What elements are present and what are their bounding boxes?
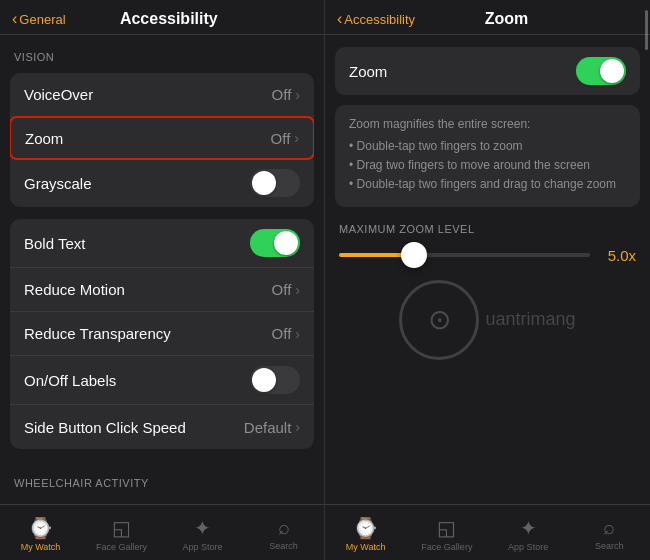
watermark-wrapper: ⊙ uantrimang (399, 280, 575, 360)
zoom-level-section: MAXIMUM ZOOM LEVEL 5.0x (335, 223, 640, 264)
my-watch-label: My Watch (21, 542, 61, 552)
right-tab-bar: ⌚ My Watch ◱ Face Gallery ✦ App Store ⌕ … (325, 504, 650, 560)
left-panel: ‹ General Accessibility VISION VoiceOver… (0, 0, 325, 560)
side-button-value: Default (244, 419, 292, 436)
watermark-icon: ⊙ (428, 303, 451, 336)
grayscale-toggle-knob (252, 171, 276, 195)
right-chevron-left-icon: ‹ (337, 10, 342, 28)
right-back-button[interactable]: ‹ Accessibility (337, 10, 415, 28)
right-app-store-icon: ✦ (520, 516, 537, 540)
voiceover-label: VoiceOver (24, 86, 272, 103)
vision-section-label: VISION (0, 35, 324, 69)
onoff-labels-toggle-knob (252, 368, 276, 392)
onoff-labels-row[interactable]: On/Off Labels (10, 356, 314, 405)
side-button-label: Side Button Click Speed (24, 419, 244, 436)
left-content: VISION VoiceOver Off › Zoom Off › Graysc… (0, 35, 324, 504)
zoom-toggle-label: Zoom (349, 63, 576, 80)
bold-text-label: Bold Text (24, 235, 250, 252)
reduce-transparency-chevron: › (295, 326, 300, 342)
reduce-transparency-row[interactable]: Reduce Transparency Off › (10, 312, 314, 356)
app-store-label: App Store (182, 542, 222, 552)
voiceover-chevron: › (295, 87, 300, 103)
right-app-store-label: App Store (508, 542, 548, 552)
left-page-title: Accessibility (66, 10, 272, 28)
accessibility-group: Bold Text Reduce Motion Off › Reduce Tra… (10, 219, 314, 449)
reduce-transparency-value: Off (272, 325, 292, 342)
tab-face-gallery[interactable]: ◱ Face Gallery (81, 511, 162, 556)
reduce-motion-value: Off (272, 281, 292, 298)
back-button[interactable]: ‹ General (12, 10, 66, 28)
onoff-labels-label: On/Off Labels (24, 372, 250, 389)
right-tab-face-gallery[interactable]: ◱ Face Gallery (406, 511, 487, 556)
zoom-desc-title: Zoom magnifies the entire screen: (349, 117, 626, 131)
bold-text-toggle[interactable] (250, 229, 300, 257)
left-header: ‹ General Accessibility (0, 0, 324, 35)
zoom-slider-track[interactable] (339, 253, 590, 257)
right-tab-my-watch[interactable]: ⌚ My Watch (325, 511, 406, 556)
voiceover-row[interactable]: VoiceOver Off › (10, 73, 314, 117)
right-page-title: Zoom (415, 10, 598, 28)
tab-search[interactable]: ⌕ Search (243, 511, 324, 556)
side-button-row[interactable]: Side Button Click Speed Default › (10, 405, 314, 449)
zoom-toggle-row[interactable]: Zoom (335, 47, 640, 95)
zoom-description-box: Zoom magnifies the entire screen: • Doub… (335, 105, 640, 207)
search-icon: ⌕ (278, 516, 290, 539)
onoff-labels-toggle[interactable] (250, 366, 300, 394)
zoom-main-toggle[interactable] (576, 57, 626, 85)
my-watch-icon: ⌚ (28, 516, 53, 540)
zoom-main-toggle-knob (600, 59, 624, 83)
vision-group: VoiceOver Off › Zoom Off › Grayscale (10, 73, 314, 207)
chevron-left-icon: ‹ (12, 10, 17, 28)
watermark-text: uantrimang (485, 309, 575, 330)
right-back-label: Accessibility (344, 12, 415, 27)
wheelchair-description: To enable health and fitness features de… (10, 495, 314, 504)
right-tab-app-store[interactable]: ✦ App Store (488, 511, 569, 556)
zoom-desc-item-3: • Double-tap two fingers and drag to cha… (349, 175, 626, 194)
watermark-circle: ⊙ (399, 280, 479, 360)
left-tab-bar: ⌚ My Watch ◱ Face Gallery ✦ App Store ⌕ … (0, 504, 324, 560)
zoom-value: Off (271, 130, 291, 147)
bold-text-toggle-knob (274, 231, 298, 255)
side-button-chevron: › (295, 419, 300, 435)
watermark-area: ⊙ uantrimang (335, 280, 640, 360)
search-label: Search (269, 541, 298, 551)
face-gallery-label: Face Gallery (96, 542, 147, 552)
bold-text-row[interactable]: Bold Text (10, 219, 314, 268)
grayscale-label: Grayscale (24, 175, 250, 192)
zoom-label: Zoom (25, 130, 271, 147)
zoom-slider-container: 5.0x (335, 247, 640, 264)
voiceover-value: Off (272, 86, 292, 103)
right-content: Zoom Zoom magnifies the entire screen: •… (325, 35, 650, 504)
right-face-gallery-label: Face Gallery (421, 542, 472, 552)
zoom-row[interactable]: Zoom Off › (10, 116, 314, 160)
tab-app-store[interactable]: ✦ App Store (162, 511, 243, 556)
grayscale-toggle[interactable] (250, 169, 300, 197)
right-face-gallery-icon: ◱ (437, 516, 456, 540)
zoom-chevron: › (294, 130, 299, 146)
reduce-transparency-label: Reduce Transparency (24, 325, 272, 342)
right-header: ‹ Accessibility Zoom (325, 0, 650, 35)
right-search-icon: ⌕ (603, 516, 615, 539)
reduce-motion-chevron: › (295, 282, 300, 298)
face-gallery-icon: ◱ (112, 516, 131, 540)
tab-my-watch[interactable]: ⌚ My Watch (0, 511, 81, 556)
scroll-indicator (645, 10, 648, 50)
zoom-desc-item-2: • Drag two fingers to move around the sc… (349, 156, 626, 175)
zoom-level-label: MAXIMUM ZOOM LEVEL (335, 223, 640, 235)
grayscale-row[interactable]: Grayscale (10, 159, 314, 207)
right-my-watch-label: My Watch (346, 542, 386, 552)
zoom-desc-item-1: • Double-tap two fingers to zoom (349, 137, 626, 156)
back-label: General (19, 12, 65, 27)
right-search-label: Search (595, 541, 624, 551)
reduce-motion-label: Reduce Motion (24, 281, 272, 298)
reduce-motion-row[interactable]: Reduce Motion Off › (10, 268, 314, 312)
zoom-slider-thumb[interactable] (401, 242, 427, 268)
right-my-watch-icon: ⌚ (353, 516, 378, 540)
right-panel: ‹ Accessibility Zoom Zoom Zoom magnifies… (325, 0, 650, 560)
zoom-slider-value: 5.0x (600, 247, 636, 264)
app-store-icon: ✦ (194, 516, 211, 540)
wheelchair-section-label: WHEELCHAIR ACTIVITY (0, 461, 324, 495)
right-tab-search[interactable]: ⌕ Search (569, 511, 650, 556)
